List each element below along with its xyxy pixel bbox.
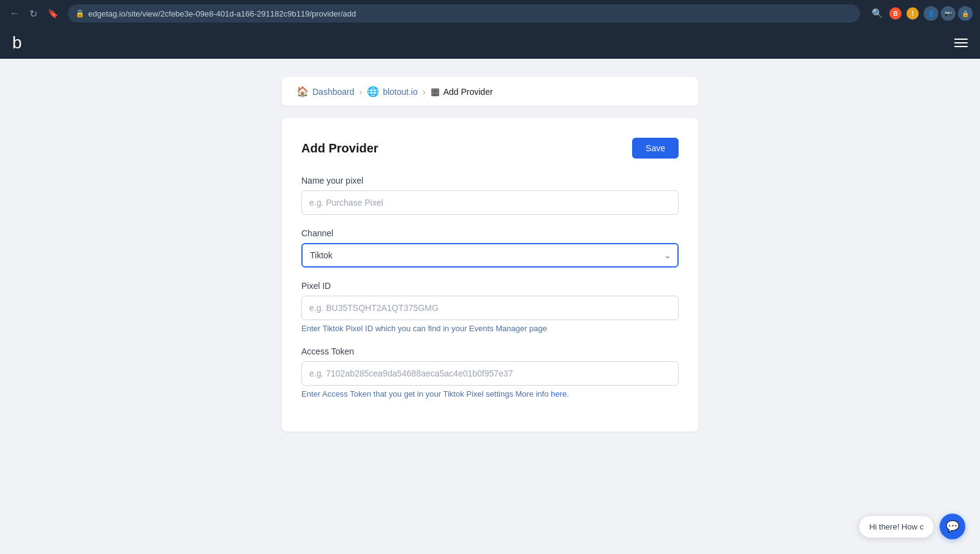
access-token-help-link[interactable]: here. <box>551 389 569 399</box>
channel-label: Channel <box>301 228 679 238</box>
pixel-id-group: Pixel ID Enter Tiktok Pixel ID which you… <box>301 281 679 333</box>
back-button[interactable]: ← <box>7 6 22 21</box>
pixel-id-input[interactable] <box>301 296 679 320</box>
reload-button[interactable]: ↻ <box>26 6 40 21</box>
breadcrumb-dashboard-label: Dashboard <box>312 87 355 97</box>
warning-icon[interactable]: ! <box>907 7 919 20</box>
form-card: Add Provider Save Name your pixel Channe… <box>282 118 698 432</box>
home-icon: 🏠 <box>296 86 309 97</box>
breadcrumb-site-label: blotout.io <box>383 87 418 97</box>
globe-icon: 🌐 <box>367 86 379 97</box>
bookmark-icon[interactable]: 🔖 <box>48 9 58 18</box>
chat-open-button[interactable]: 💬 <box>940 514 965 539</box>
pixel-name-group: Name your pixel <box>301 176 679 215</box>
browser-actions: 🔍 B ! <box>870 6 919 21</box>
hamburger-menu[interactable] <box>954 39 968 47</box>
pixel-id-help: Enter Tiktok Pixel ID which you can find… <box>301 324 679 333</box>
access-token-help: Enter Access Token that you get in your … <box>301 389 679 399</box>
breadcrumb: 🏠 Dashboard › 🌐 blotout.io › ▦ Add Provi… <box>282 77 698 106</box>
access-token-help-text: Enter Access Token that you get in your … <box>301 389 551 399</box>
channel-select[interactable]: Tiktok Facebook Google Snapchat <box>301 243 679 268</box>
address-bar[interactable]: 🔒 edgetag.io/site/view/2cfebe3e-09e8-401… <box>68 4 860 23</box>
pixel-name-input[interactable] <box>301 190 679 215</box>
app-header: b <box>0 27 980 59</box>
breadcrumb-sep-1: › <box>360 87 363 97</box>
access-token-group: Access Token Enter Access Token that you… <box>301 346 679 399</box>
browser-profile-buttons: 👤 📷 🔒 <box>924 6 973 21</box>
url-text: edgetag.io/site/view/2cfebe3e-09e8-401d-… <box>88 9 356 18</box>
breadcrumb-add-provider-label: Add Provider <box>443 87 493 97</box>
brave-icon[interactable]: B <box>889 7 902 20</box>
browser-chrome: ← ↻ 🔖 🔒 edgetag.io/site/view/2cfebe3e-09… <box>0 0 980 27</box>
chat-widget: Hi there! How c 💬 <box>859 514 965 539</box>
profile-btn-3[interactable]: 🔒 <box>958 6 973 21</box>
browser-nav-buttons: ← ↻ <box>7 6 40 21</box>
form-title: Add Provider <box>301 141 379 155</box>
profile-btn-2[interactable]: 📷 <box>941 6 956 21</box>
lock-icon: 🔒 <box>75 9 85 18</box>
access-token-input[interactable] <box>301 361 679 386</box>
main-content: 🏠 Dashboard › 🌐 blotout.io › ▦ Add Provi… <box>0 59 980 450</box>
channel-select-wrapper: Tiktok Facebook Google Snapchat ⌄ <box>301 243 679 268</box>
pixel-id-label: Pixel ID <box>301 281 679 291</box>
profile-btn-1[interactable]: 👤 <box>924 6 938 21</box>
breadcrumb-site[interactable]: 🌐 blotout.io <box>367 86 418 97</box>
save-button[interactable]: Save <box>632 138 679 159</box>
breadcrumb-add-provider[interactable]: ▦ Add Provider <box>431 86 493 97</box>
breadcrumb-sep-2: › <box>423 87 426 97</box>
breadcrumb-dashboard[interactable]: 🏠 Dashboard <box>296 86 355 97</box>
search-icon[interactable]: 🔍 <box>870 6 884 21</box>
app-logo: b <box>12 34 22 51</box>
chat-bubble: Hi there! How c <box>859 516 933 537</box>
form-header: Add Provider Save <box>301 138 679 159</box>
channel-group: Channel Tiktok Facebook Google Snapchat … <box>301 228 679 268</box>
pixel-name-label: Name your pixel <box>301 176 679 185</box>
access-token-label: Access Token <box>301 346 679 356</box>
grid-icon: ▦ <box>431 86 440 97</box>
